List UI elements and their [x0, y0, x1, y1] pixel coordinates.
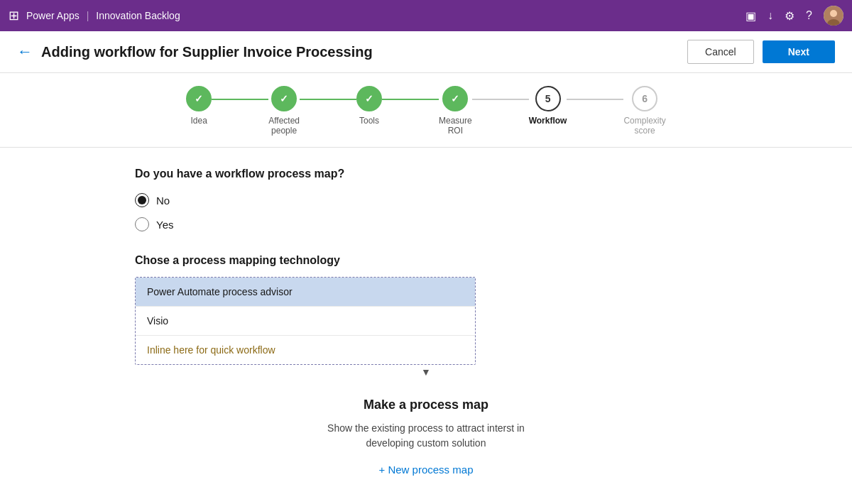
dropdown-item-label: Visio	[147, 315, 168, 327]
monitor-icon[interactable]: ▣	[746, 9, 756, 23]
user-avatar[interactable]	[824, 6, 843, 26]
connector-1	[212, 99, 268, 100]
radio-yes-input[interactable]	[135, 217, 149, 231]
step-label-complexity: Complexityscore	[623, 116, 665, 136]
step-affected-people: Affectedpeople	[268, 86, 300, 136]
topbar-separator: |	[87, 10, 89, 21]
connector-2	[300, 99, 356, 100]
step-circle-tools	[356, 86, 382, 111]
step-label-affected: Affectedpeople	[268, 116, 300, 136]
module-name: Innovation Backlog	[96, 10, 180, 21]
dropdown-item-label: Power Automate process advisor	[147, 286, 293, 297]
connector-3	[382, 99, 439, 100]
step-label-workflow: Workflow	[529, 116, 567, 126]
step-circle-roi	[442, 86, 468, 111]
step-tools: Tools	[356, 86, 382, 126]
page-title: Adding workflow for Supplier Invoice Pro…	[41, 44, 679, 60]
radio-yes-label: Yes	[156, 219, 173, 231]
new-process-button[interactable]: + New process map	[379, 464, 474, 476]
connector-4	[472, 99, 529, 100]
checkmark-icon	[451, 93, 459, 104]
process-mapping-title: Chose a process mapping technology	[135, 254, 717, 267]
main-content: Do you have a workflow process map? No Y…	[106, 148, 746, 496]
workflow-question: Do you have a workflow process map?	[135, 168, 717, 180]
checkmark-icon	[195, 93, 203, 104]
step-label-idea: Idea	[190, 116, 207, 126]
radio-group: No Yes	[135, 193, 717, 231]
help-icon[interactable]: ?	[806, 9, 812, 22]
radio-no-input[interactable]	[135, 193, 149, 207]
step-label-tools: Tools	[359, 116, 379, 126]
dropdown-item-inline[interactable]: Inline here for quick workflow	[136, 336, 475, 364]
cancel-button[interactable]: Cancel	[687, 40, 754, 64]
step-circle-complexity: 6	[632, 86, 657, 111]
step-circle-idea	[186, 86, 212, 111]
download-icon[interactable]: ↓	[768, 9, 773, 22]
checkmark-icon	[365, 93, 373, 104]
step-measure-roi: MeasureROI	[439, 86, 472, 136]
header-row: ← Adding workflow for Supplier Invoice P…	[0, 31, 852, 73]
topbar: ⊞ Power Apps | Innovation Backlog ▣ ↓ ⚙ …	[0, 0, 852, 31]
back-button[interactable]: ←	[17, 43, 33, 61]
dropdown-item-visio[interactable]: Visio	[136, 307, 475, 336]
step-workflow: 5 Workflow	[529, 86, 567, 126]
lower-section: Make a process map Show the existing pro…	[135, 398, 717, 476]
radio-no[interactable]: No	[135, 193, 717, 207]
dropdown-item-label: Inline here for quick workflow	[147, 344, 275, 356]
next-button[interactable]: Next	[763, 40, 835, 63]
svg-point-1	[830, 10, 837, 17]
step-idea: Idea	[186, 86, 212, 126]
step-circle-affected	[271, 86, 297, 111]
settings-icon[interactable]: ⚙	[785, 9, 794, 23]
checkmark-icon	[280, 93, 288, 104]
topbar-right: ▣ ↓ ⚙ ?	[746, 6, 843, 26]
process-mapping-dropdown[interactable]: Power Automate process advisor Visio Inl…	[135, 277, 476, 365]
stepper: Idea Affectedpeople Tools MeasureROI 5 W…	[0, 73, 852, 148]
radio-no-label: No	[156, 195, 170, 207]
step-label-roi: MeasureROI	[439, 116, 472, 136]
dropdown-arrow-icon: ▼	[135, 366, 717, 378]
grid-icon[interactable]: ⊞	[9, 8, 19, 23]
radio-yes[interactable]: Yes	[135, 217, 717, 231]
step-circle-workflow: 5	[535, 86, 561, 111]
app-name: Power Apps	[26, 10, 80, 21]
make-process-desc: Show the existing process to attract int…	[135, 421, 717, 451]
connector-5	[567, 99, 623, 100]
step-complexity: 6 Complexityscore	[623, 86, 665, 136]
make-process-title: Make a process map	[135, 398, 717, 412]
dropdown-item-power-automate[interactable]: Power Automate process advisor	[136, 278, 475, 307]
